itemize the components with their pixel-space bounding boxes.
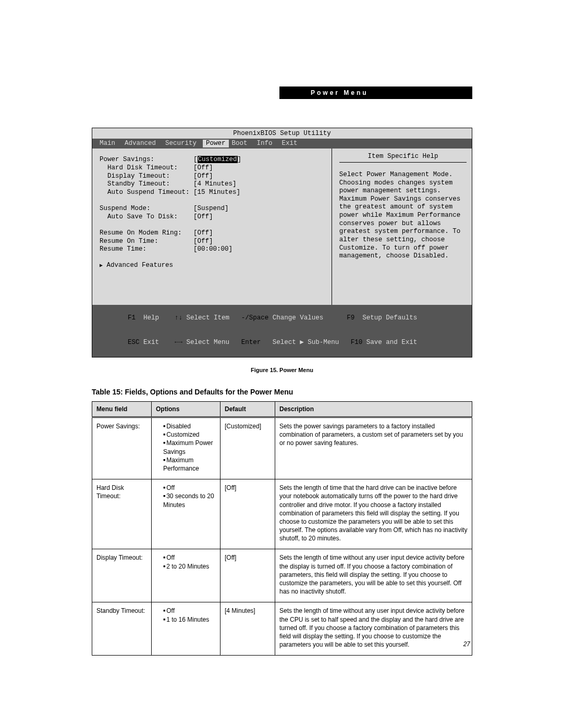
cell-options: DisabledCustomizedMaximum Power SavingsM… xyxy=(152,417,221,479)
cell-description: Sets the length of time that the hard dr… xyxy=(275,479,472,549)
cell-options: Off30 seconds to 20 Minutes xyxy=(152,479,221,549)
th-options: Options xyxy=(152,402,221,417)
bios-setting-row[interactable]: Resume On Time: [Off] xyxy=(100,238,327,246)
page-header-title: Power Menu xyxy=(311,89,369,96)
arrows-left-right-icon: ←→ xyxy=(175,339,182,346)
tab-info[interactable]: Info xyxy=(254,140,279,148)
tab-boot[interactable]: Boot xyxy=(229,140,254,148)
option-item: Off xyxy=(163,607,216,615)
bios-setting-row xyxy=(100,221,327,229)
th-default: Default xyxy=(221,402,275,417)
cell-default: [Off] xyxy=(221,549,275,602)
bios-title: PhoenixBIOS Setup Utility xyxy=(92,128,472,139)
bios-setting-row[interactable]: Power Savings: [Customized] xyxy=(100,156,327,164)
cell-menu-field: Standby Timeout: xyxy=(92,602,152,656)
option-item: 1 to 16 Minutes xyxy=(163,615,216,624)
bios-setting-row xyxy=(100,196,327,205)
key-enter: Enter xyxy=(241,339,261,346)
triangle-right-icon: ▶ xyxy=(100,263,103,268)
cell-options: Off2 to 20 Minutes xyxy=(152,549,221,602)
cell-description: Sets the power savings parameters to a f… xyxy=(275,417,472,479)
option-item: Maximum Power Savings xyxy=(163,439,216,455)
bios-setting-row[interactable]: ▶ Advanced Features xyxy=(100,262,327,270)
option-item: 2 to 20 Minutes xyxy=(163,562,216,571)
tab-exit[interactable]: Exit xyxy=(279,140,304,148)
option-item: Disabled xyxy=(163,422,216,430)
table-title: Table 15: Fields, Options and Defaults f… xyxy=(92,388,472,396)
th-description: Description xyxy=(275,402,472,417)
option-item: Customized xyxy=(163,430,216,439)
arrows-up-down-icon: ↑↓ xyxy=(175,314,182,322)
bios-help-pane: Item Specific Help Select Power Manageme… xyxy=(332,149,472,305)
cell-default: [Customized] xyxy=(221,417,275,479)
bios-setting-row[interactable]: Suspend Mode: [Suspend] xyxy=(100,205,327,213)
bios-setting-row[interactable]: Resume Time: [00:00:00] xyxy=(100,245,327,254)
key-f10: F10 xyxy=(351,339,363,346)
figure-caption: Figure 15. Power Menu xyxy=(92,367,472,373)
page-number: 27 xyxy=(463,640,470,648)
bios-setting-row[interactable]: Hard Disk Timeout: [Off] xyxy=(100,164,327,172)
bios-setting-row[interactable]: Resume On Modem Ring: [Off] xyxy=(100,229,327,238)
bios-setting-row[interactable]: Auto Save To Disk: [Off] xyxy=(100,213,327,221)
bios-footer: F1 Help ↑↓ Select Item -/Space Change Va… xyxy=(92,305,472,357)
bios-tab-bar: Main Advanced Security Power Boot Info E… xyxy=(92,139,472,149)
option-item: 30 seconds to 20 Minutes xyxy=(163,492,216,509)
options-table: Menu field Options Default Description P… xyxy=(92,401,472,656)
bios-setting-row[interactable]: Auto Suspend Timeout: [15 Minutes] xyxy=(100,189,327,197)
key-f9: F9 xyxy=(347,314,354,322)
cell-default: [4 Minutes] xyxy=(221,602,275,656)
cell-description: Sets the length of time without any user… xyxy=(275,549,472,602)
key-minus-space: -/Space xyxy=(241,314,269,322)
bios-settings-pane: Power Savings: [Customized] Hard Disk Ti… xyxy=(92,149,332,305)
key-esc: ESC xyxy=(128,339,140,346)
bios-help-text: Select Power Management Mode. Choosing m… xyxy=(339,171,467,261)
option-item: Maximum Performance xyxy=(163,456,216,473)
bios-window: PhoenixBIOS Setup Utility Main Advanced … xyxy=(92,128,472,357)
table-row: Standby Timeout:Off1 to 16 Minutes[4 Min… xyxy=(92,602,472,656)
cell-options: Off1 to 16 Minutes xyxy=(152,602,221,656)
cell-menu-field: Hard Disk Timeout: xyxy=(92,479,152,549)
cell-menu-field: Power Savings: xyxy=(92,417,152,479)
table-row: Hard Disk Timeout:Off30 seconds to 20 Mi… xyxy=(92,479,472,549)
tab-security[interactable]: Security xyxy=(162,140,203,148)
bios-help-title: Item Specific Help xyxy=(339,153,467,163)
key-f1: F1 xyxy=(128,314,136,322)
cell-description: Sets the length of time without any user… xyxy=(275,602,472,656)
table-row: Power Savings:DisabledCustomizedMaximum … xyxy=(92,417,472,479)
cell-menu-field: Display Timeout: xyxy=(92,549,152,602)
cell-default: [Off] xyxy=(221,479,275,549)
tab-main[interactable]: Main xyxy=(96,140,121,148)
th-menu-field: Menu field xyxy=(92,402,152,417)
bios-setting-row[interactable]: Display Timeout: [Off] xyxy=(100,172,327,181)
option-item: Off xyxy=(163,484,216,492)
tab-advanced[interactable]: Advanced xyxy=(121,140,162,148)
option-item: Off xyxy=(163,553,216,562)
tab-power[interactable]: Power xyxy=(203,140,229,148)
page-header: Power Menu xyxy=(279,87,472,99)
table-row: Display Timeout:Off2 to 20 Minutes[Off]S… xyxy=(92,549,472,602)
bios-setting-row xyxy=(100,254,327,262)
bios-setting-row[interactable]: Standby Timeout: [4 Minutes] xyxy=(100,180,327,189)
